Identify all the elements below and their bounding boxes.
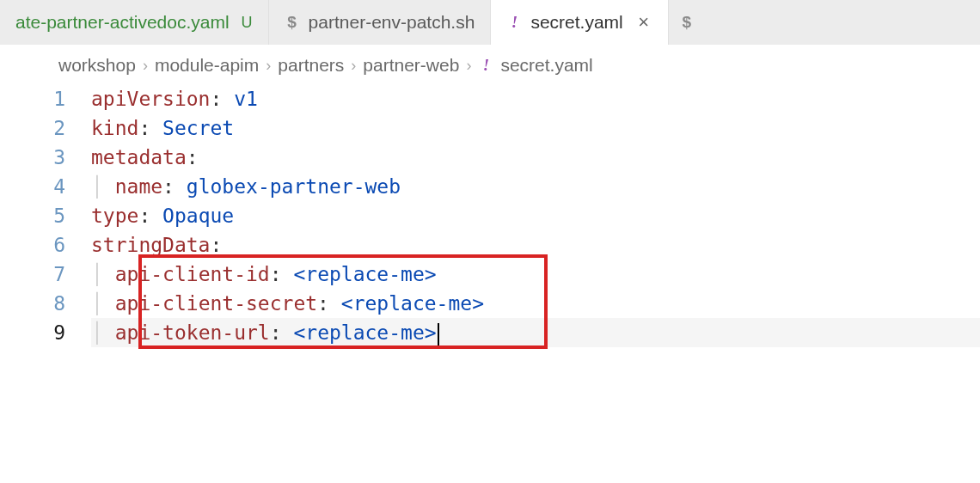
- breadcrumb-segment[interactable]: workshop: [58, 55, 136, 76]
- line-number: 2: [31, 113, 65, 143]
- tab-env-patch[interactable]: $ partner-env-patch.sh: [269, 0, 492, 45]
- line-number: 5: [31, 201, 65, 230]
- shell-icon: $: [285, 15, 300, 30]
- shell-icon: $: [679, 15, 695, 30]
- breadcrumb[interactable]: workshop › module-apim › partners › part…: [0, 45, 980, 84]
- code-area[interactable]: 123456789 apiVersion: v1kind: Secretmeta…: [31, 84, 980, 347]
- line-number: 1: [31, 84, 65, 113]
- line-number: 8: [31, 289, 65, 318]
- code-lines[interactable]: apiVersion: v1kind: Secretmetadata:│ nam…: [91, 84, 980, 347]
- text-cursor: [438, 323, 439, 345]
- tab-activedoc[interactable]: ate-partner-activedoc.yaml U: [0, 0, 269, 45]
- line-number-gutter: 123456789: [31, 84, 91, 347]
- breadcrumb-segment[interactable]: partners: [278, 55, 344, 76]
- breadcrumb-segment[interactable]: partner-web: [363, 55, 459, 76]
- editor-pane: workshop › module-apim › partners › part…: [0, 45, 980, 483]
- code-line[interactable]: metadata:: [91, 143, 980, 172]
- code-line[interactable]: │ api-token-url: <replace-me>: [91, 318, 980, 347]
- line-number: 7: [31, 260, 65, 289]
- chevron-right-icon: ›: [351, 57, 356, 75]
- code-line[interactable]: │ name: globex-partner-web: [91, 172, 980, 201]
- tab-label: secret.yaml: [530, 12, 622, 33]
- yaml-icon: !: [478, 58, 493, 73]
- breadcrumb-file[interactable]: secret.yaml: [500, 55, 592, 76]
- chevron-right-icon: ›: [266, 57, 271, 75]
- line-number: 3: [31, 143, 65, 172]
- breadcrumb-segment[interactable]: module-apim: [155, 55, 259, 76]
- close-icon[interactable]: ×: [635, 11, 652, 34]
- yaml-icon: !: [506, 15, 522, 30]
- code-line[interactable]: type: Opaque: [91, 201, 980, 230]
- tab-label: partner-env-patch.sh: [309, 12, 475, 33]
- line-number: 4: [31, 172, 65, 201]
- tab-modified-status: U: [242, 14, 253, 32]
- line-number: 9: [31, 318, 65, 347]
- chevron-right-icon: ›: [143, 57, 148, 75]
- tab-secret[interactable]: ! secret.yaml ×: [491, 0, 668, 45]
- code-line[interactable]: │ api-client-secret: <replace-me>: [91, 289, 980, 318]
- code-line[interactable]: stringData:: [91, 230, 980, 260]
- tabs-bar: ate-partner-activedoc.yaml U $ partner-e…: [0, 0, 980, 45]
- code-line[interactable]: apiVersion: v1: [91, 84, 980, 113]
- tab-label: ate-partner-activedoc.yaml: [15, 12, 230, 33]
- code-line[interactable]: │ api-client-id: <replace-me>: [91, 260, 980, 289]
- tab-overflow[interactable]: $: [669, 0, 705, 45]
- code-line[interactable]: kind: Secret: [91, 113, 980, 143]
- code-container: 123456789 apiVersion: v1kind: Secretmeta…: [0, 84, 980, 347]
- chevron-right-icon: ›: [466, 57, 471, 75]
- line-number: 6: [31, 230, 65, 260]
